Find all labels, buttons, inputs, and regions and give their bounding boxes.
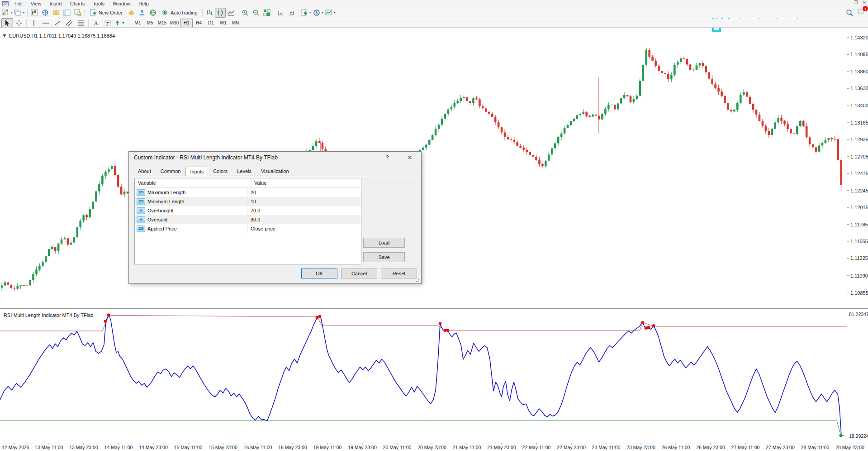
- svg-text:15 May 11:00: 15 May 11:00: [174, 445, 203, 450]
- minimize-button[interactable]: –: [847, 0, 849, 5]
- strategy-tester-button[interactable]: [72, 8, 83, 18]
- toolbar-separator: [202, 9, 203, 17]
- trendline-icon: [54, 19, 61, 27]
- templates-button[interactable]: ▼: [324, 8, 337, 18]
- tf-m30-button[interactable]: M30: [168, 19, 180, 27]
- rsi-scale-min: 18.29224: [849, 433, 868, 439]
- horizontal-line-button[interactable]: [40, 18, 52, 28]
- table-row[interactable]: 123Applied Price Close price: [135, 224, 361, 233]
- tab-about[interactable]: About: [133, 167, 156, 176]
- svg-text:23 May 23:00: 23 May 23:00: [626, 445, 655, 450]
- line-chart-icon: [228, 9, 235, 16]
- toolbar-separator: [88, 19, 89, 27]
- oversold-signal-dot: [840, 434, 843, 437]
- tf-w1-button[interactable]: W1: [217, 19, 229, 27]
- auto-scroll-button[interactable]: [275, 8, 286, 18]
- reset-button[interactable]: Reset: [381, 269, 417, 278]
- toolbar-separator: [299, 9, 299, 17]
- tf-h1-button[interactable]: H1: [180, 19, 193, 27]
- tf-m15-button[interactable]: M15: [156, 19, 168, 27]
- variable-value[interactable]: 20: [248, 188, 361, 197]
- tab-inputs[interactable]: Inputs: [185, 167, 208, 176]
- periods-icon: [313, 9, 320, 16]
- svg-text:1.13165: 1.13165: [850, 120, 868, 125]
- tab-levels[interactable]: Levels: [232, 167, 256, 176]
- terminal-button[interactable]: [62, 8, 72, 18]
- chart-shift-button[interactable]: [286, 8, 297, 18]
- periods-button[interactable]: ▼: [313, 8, 325, 18]
- autotrading-icon: [161, 9, 169, 16]
- bar-chart-button[interactable]: [204, 8, 215, 18]
- svg-text:1.11785: 1.11785: [850, 222, 868, 227]
- cursor-button[interactable]: [1, 18, 13, 28]
- text-button[interactable]: A: [90, 18, 102, 28]
- dialog-help-button[interactable]: ?: [380, 152, 394, 163]
- vertical-line-button[interactable]: [28, 18, 40, 28]
- fibonacci-button[interactable]: [75, 18, 87, 28]
- tab-visualization[interactable]: Visualization: [256, 167, 294, 176]
- arrows-button[interactable]: ▼: [114, 18, 125, 28]
- mql5-community-button[interactable]: [137, 8, 147, 18]
- notifications-chat-icon[interactable]: 1: [857, 8, 865, 17]
- table-header: Variable Value: [135, 178, 361, 188]
- candlestick-chart-button[interactable]: [215, 8, 226, 18]
- search-icon[interactable]: [846, 9, 854, 17]
- inputs-table[interactable]: Variable Value 123Maximum Length 20 123M…: [134, 178, 361, 264]
- zoom-in-button[interactable]: [240, 8, 251, 18]
- save-button[interactable]: Save: [363, 252, 405, 262]
- variable-value[interactable]: 30.0: [248, 215, 361, 224]
- ok-button[interactable]: OK: [301, 269, 337, 278]
- tf-h4-button[interactable]: H4: [193, 19, 205, 27]
- variable-value[interactable]: Close price: [248, 224, 361, 233]
- tab-colors[interactable]: Colors: [209, 167, 232, 176]
- tf-m1-button[interactable]: M1: [132, 19, 144, 27]
- text-label-button[interactable]: T: [102, 18, 114, 28]
- navigator-button[interactable]: [51, 8, 62, 18]
- table-row[interactable]: ½Oversold 30.0: [135, 215, 361, 224]
- website-button[interactable]: [147, 8, 158, 18]
- market-watch-button[interactable]: [29, 8, 40, 18]
- menu-window[interactable]: Window: [109, 0, 134, 7]
- menu-view[interactable]: View: [27, 0, 46, 7]
- autotrading-button[interactable]: AutoTrading: [158, 8, 201, 18]
- resize-grip[interactable]: [416, 278, 420, 283]
- table-row[interactable]: 123Minimum Length 10: [135, 197, 361, 206]
- crosshair-button[interactable]: [13, 18, 25, 28]
- table-row[interactable]: ½Overbought 70.0: [135, 206, 361, 215]
- channel-button[interactable]: [63, 18, 75, 28]
- restore-button[interactable]: ❐: [854, 0, 858, 5]
- dialog-close-button[interactable]: ✕: [402, 152, 417, 163]
- menu-help[interactable]: Help: [134, 0, 153, 7]
- menu-charts[interactable]: Charts: [66, 0, 89, 7]
- tile-windows-button[interactable]: [261, 8, 272, 18]
- menu-insert[interactable]: Insert: [45, 0, 66, 7]
- indicators-button[interactable]: ▼: [300, 8, 313, 18]
- tf-d1-button[interactable]: D1: [205, 19, 217, 27]
- close-button[interactable]: ✕: [863, 0, 866, 5]
- new-chart-button[interactable]: ▼: [1, 8, 14, 18]
- bar-chart-icon: [206, 9, 213, 16]
- svg-text:26 May 23:00: 26 May 23:00: [696, 445, 725, 450]
- tab-common[interactable]: Common: [156, 167, 185, 176]
- cancel-button[interactable]: Cancel: [341, 269, 377, 278]
- svg-text:1.12475: 1.12475: [850, 171, 868, 176]
- menu-tools[interactable]: Tools: [89, 0, 109, 7]
- variable-value[interactable]: 10: [248, 197, 361, 206]
- overbought-signal-dot: [316, 316, 319, 319]
- tf-m5-button[interactable]: M5: [144, 19, 156, 27]
- profiles-button[interactable]: ▼: [14, 8, 26, 18]
- metaeditor-button[interactable]: [126, 8, 137, 18]
- line-chart-button[interactable]: [226, 8, 237, 18]
- data-window-button[interactable]: [40, 8, 51, 18]
- toolbar-separator: [238, 9, 238, 17]
- tf-mn-button[interactable]: MN: [229, 19, 242, 27]
- variable-value[interactable]: 70.0: [248, 206, 361, 215]
- zoom-out-button[interactable]: [251, 8, 261, 18]
- trendline-button[interactable]: [52, 18, 63, 28]
- menu-file[interactable]: File: [10, 0, 27, 7]
- svg-text:1.12935: 1.12935: [850, 137, 868, 142]
- svg-text:14 May 23:00: 14 May 23:00: [139, 445, 168, 450]
- table-row[interactable]: 123Maximum Length 20: [135, 188, 361, 197]
- load-button[interactable]: Load: [363, 238, 405, 248]
- new-order-button[interactable]: New Order: [86, 8, 126, 18]
